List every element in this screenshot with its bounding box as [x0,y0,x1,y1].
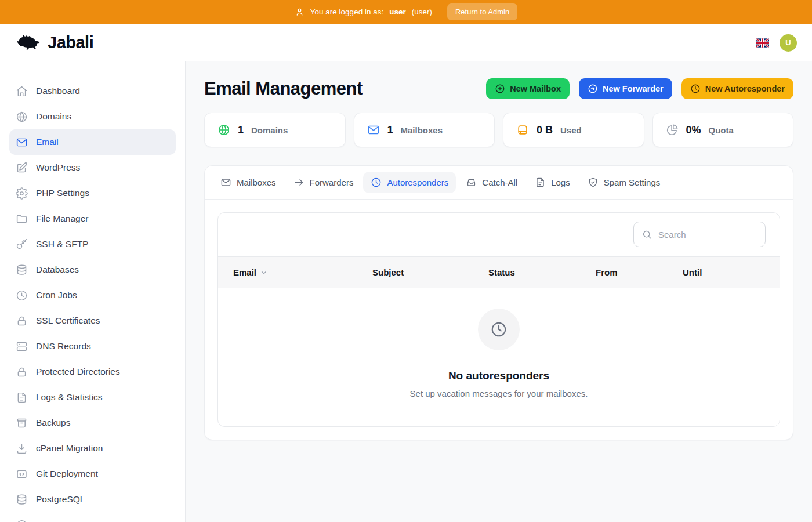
tab-forwarders[interactable]: Forwarders [286,172,361,193]
clock-icon [371,177,382,188]
tab-spam-settings[interactable]: Spam Settings [580,172,668,193]
stat-value: 0 B [536,124,553,136]
inbox-tray-icon [466,177,477,188]
tab-autoresponders[interactable]: Autoresponders [363,172,456,193]
sidebar-item-file-manager[interactable]: File Manager [9,206,176,231]
stat-card-domains: 1 Domains [204,113,346,147]
sidebar-item-label: cPanel Migration [36,443,103,454]
arrow-right-icon [293,177,304,188]
circle-icon [16,519,28,522]
stat-card-quota: 0% Quota [652,113,794,147]
admin-impersonation-bar: You are logged in as: user (user) Return… [0,0,812,24]
server-icon [16,340,28,353]
column-header-email[interactable]: Email [233,267,372,277]
sidebar-item-dns-records[interactable]: DNS Records [9,334,176,359]
sidebar-item-protected-directories[interactable]: Protected Directories [9,359,176,385]
boar-logo-icon [15,33,42,53]
new-autoresponder-button[interactable]: New Autoresponder [682,78,793,99]
pie-chart-icon [666,124,679,136]
sidebar-item-ssh-sftp[interactable]: SSH & SFTP [9,231,176,257]
gear-icon [16,187,28,200]
logged-in-username: user [389,8,406,16]
database-icon [16,494,28,506]
empty-state: No autoresponders Set up vacation messag… [218,288,780,426]
tab-catch-all[interactable]: Catch-All [458,172,525,193]
sidebar-item-databases[interactable]: Databases [9,257,176,282]
sidebar-item-git-deployment[interactable]: Git Deployment [9,461,176,487]
app-header: Jabali U [0,24,812,61]
app-window: You are logged in as: user (user) Return… [0,0,812,522]
column-label: Until [683,267,702,277]
mail-icon [367,124,380,136]
tab-logs[interactable]: Logs [527,172,578,193]
sidebar-item-label: SSL Certificates [36,316,100,326]
column-header-until[interactable]: Until [683,267,780,277]
mail-icon [16,136,28,148]
new-mailbox-button[interactable]: New Mailbox [486,78,570,99]
sidebar-item-dashboard[interactable]: Dashboard [9,78,176,104]
stat-value: 1 [387,124,393,136]
lock-icon [16,315,28,327]
sidebar-item-label: PostgreSQL [36,494,85,505]
brand-logo[interactable]: Jabali [15,33,93,53]
sidebar-item-partial[interactable] [9,512,176,522]
sidebar-item-domains[interactable]: Domains [9,104,176,129]
page-footer: Jabali Panel GitHub · © 2026 Jabali v0.9… [186,514,812,522]
uk-flag-icon[interactable] [756,38,769,48]
sidebar-item-backups[interactable]: Backups [9,410,176,436]
sidebar-item-cron-jobs[interactable]: Cron Jobs [9,282,176,308]
code-icon [16,468,28,480]
archive-box-icon [16,417,28,429]
autoresponders-table-card: Email Subject Status From Until [217,212,780,427]
globe-icon [16,111,28,123]
stat-card-mailboxes: 1 Mailboxes [354,113,495,147]
sidebar-item-label: Domains [36,111,71,122]
sidebar-item-php-settings[interactable]: PHP Settings [9,180,176,206]
stat-value: 0% [686,124,701,136]
column-header-subject[interactable]: Subject [372,267,488,277]
empty-state-subtitle: Set up vacation messages for your mailbo… [410,389,588,398]
brand-name: Jabali [48,33,93,52]
stat-label: Quota [709,125,734,135]
download-icon [16,443,28,455]
sidebar-item-ssl-certificates[interactable]: SSL Certificates [9,308,176,334]
new-forwarder-button[interactable]: New Forwarder [579,78,672,99]
sidebar-item-wordpress[interactable]: WordPress [9,155,176,180]
sidebar-item-postgresql[interactable]: PostgreSQL [9,487,176,512]
sidebar-item-cpanel-migration[interactable]: cPanel Migration [9,436,176,461]
column-header-from[interactable]: From [596,267,683,277]
mail-icon [220,177,231,188]
return-to-admin-button[interactable]: Return to Admin [447,3,517,20]
logged-in-text: You are logged in as: [310,8,383,16]
email-tabs: Mailboxes Forwarders Autoresponders Catc… [205,166,793,200]
globe-icon [217,124,230,136]
tab-label: Logs [551,177,570,187]
key-icon [16,238,28,251]
user-avatar[interactable]: U [780,34,797,52]
sidebar-item-label: Databases [36,264,79,275]
logged-in-role: (user) [412,8,432,16]
sidebar-item-email[interactable]: Email [9,129,176,155]
tab-label: Catch-All [482,177,517,187]
chevron-down-icon [260,269,268,277]
search-input[interactable] [658,230,757,240]
tab-mailboxes[interactable]: Mailboxes [213,172,284,193]
new-mailbox-label: New Mailbox [510,84,561,93]
sidebar-item-label: Backups [36,418,70,428]
sidebar-item-logs-statistics[interactable]: Logs & Statistics [9,385,176,410]
column-header-status[interactable]: Status [488,267,596,277]
main-content: Email Management New Mailbox New Forward… [186,61,812,522]
document-icon [16,392,28,404]
sidebar-item-label: PHP Settings [36,188,89,198]
drive-icon [516,124,529,136]
tab-label: Mailboxes [237,177,276,187]
tab-label: Autoresponders [387,177,448,187]
empty-state-title: No autoresponders [448,369,549,382]
stat-card-used: 0 B Used [503,113,644,147]
folder-icon [16,213,28,225]
search-box[interactable] [633,222,766,247]
sidebar-item-label: SSH & SFTP [36,239,88,249]
sidebar-item-label: DNS Records [36,341,91,351]
sidebar-nav: Dashboard Domains Email WordPress PHP Se… [0,61,186,522]
arrow-right-circle-icon [588,84,598,94]
